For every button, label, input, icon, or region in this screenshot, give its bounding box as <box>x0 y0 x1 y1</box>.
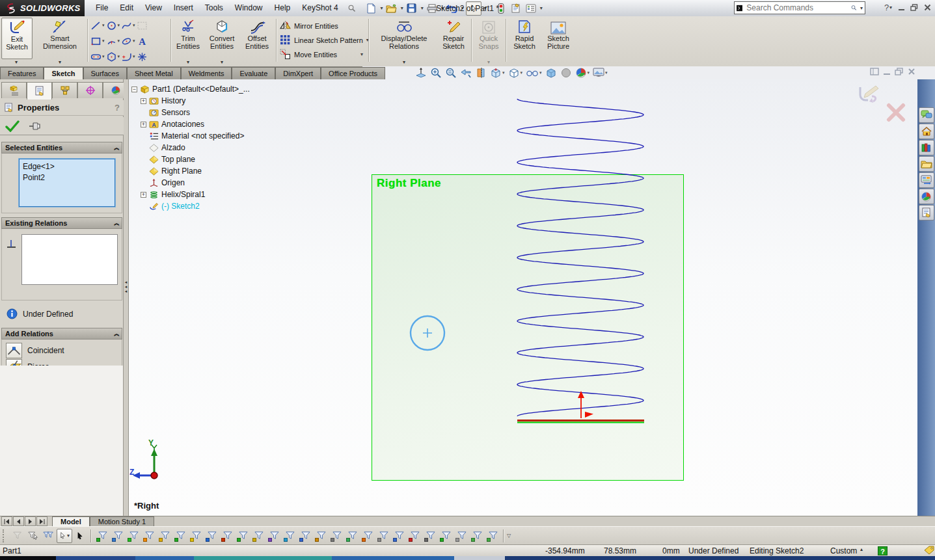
expand-toggle[interactable]: + <box>141 98 146 104</box>
filter-weld-symbols-icon[interactable] <box>375 529 391 543</box>
smart-dimension-dropdown[interactable]: ▾ <box>35 59 85 66</box>
sketch-picture-button[interactable]: Sketch Picture <box>543 18 574 58</box>
search-input[interactable] <box>745 3 848 13</box>
undo-caret[interactable]: ▾ <box>461 5 464 11</box>
filter-planes-icon[interactable] <box>204 529 219 543</box>
selected-entities-header[interactable]: Selected Entities ︽ <box>1 142 122 153</box>
tree-item[interactable]: + Origen <box>131 177 314 189</box>
menu-item[interactable]: File <box>90 0 114 16</box>
filter-connection-points-icon[interactable] <box>469 529 485 543</box>
rectangle-tool-caret[interactable]: ▾ <box>102 38 105 44</box>
filter-frame-icon[interactable] <box>172 529 188 543</box>
filter-center-marks-icon[interactable] <box>282 529 297 543</box>
menu-item[interactable]: Window <box>229 0 269 16</box>
filter-geometric-tolerance-icon[interactable] <box>344 529 360 543</box>
edit-appearance-icon[interactable]: ▾ <box>574 66 591 79</box>
rectangle-tool-icon[interactable] <box>90 36 102 47</box>
filter-notes-icon[interactable] <box>360 529 375 543</box>
menu-item[interactable]: View <box>139 0 168 16</box>
status-units[interactable]: Custom <box>830 546 857 555</box>
rebuild-icon[interactable] <box>495 2 508 15</box>
add-relation-button[interactable]: Coincident <box>6 342 118 358</box>
filter-datum-targets-icon[interactable] <box>407 529 422 543</box>
close-button[interactable] <box>921 1 934 13</box>
display-delete-relations-button[interactable]: Display/Delete Relations <box>372 18 436 58</box>
select-tool-icon[interactable] <box>466 1 481 16</box>
tree-item[interactable]: + History <box>131 95 314 107</box>
tag-icon[interactable] <box>924 546 934 555</box>
filter-midpoints-icon[interactable] <box>266 529 282 543</box>
solidworks-forum-icon[interactable] <box>919 107 934 123</box>
model-tab[interactable]: Motion Study 1 <box>90 516 154 526</box>
filter-cursor-icon[interactable] <box>25 529 41 543</box>
tree-item[interactable]: + Alzado <box>131 142 314 153</box>
search-commands-box[interactable]: ▾ <box>734 1 865 14</box>
select-tool-caret[interactable]: ▾ <box>484 5 487 11</box>
zoom-in-out-icon[interactable]: ▾ <box>444 66 458 79</box>
expand-toggle[interactable]: + <box>141 192 146 198</box>
selected-entity-item[interactable]: Edge<1> <box>23 161 111 172</box>
expand-toggle[interactable]: + <box>141 122 146 127</box>
filter-axes-icon[interactable] <box>188 529 204 543</box>
lasso-select-icon[interactable] <box>72 529 88 543</box>
toolbar-drag-handle[interactable] <box>3 529 6 542</box>
doc-minimize-icon[interactable] <box>883 68 891 75</box>
first-tab-icon[interactable] <box>1 516 12 526</box>
search-icon[interactable] <box>851 3 857 12</box>
line-tool-icon[interactable] <box>90 20 102 31</box>
panel-help-icon[interactable]: ? <box>115 103 120 113</box>
filter-routing-points-icon[interactable] <box>485 529 500 543</box>
collapse-chevron-icon[interactable]: ︽ <box>114 330 118 338</box>
slot-tool-caret[interactable]: ▾ <box>102 54 105 59</box>
filter-sketch-icon[interactable] <box>219 529 235 543</box>
trim-entities-dropdown[interactable]: ▾ <box>174 59 202 66</box>
tree-item[interactable]: + (-) Sketch2 <box>131 200 314 212</box>
new-file-icon[interactable] <box>365 2 378 15</box>
display-style-icon[interactable]: ▾ <box>507 66 524 79</box>
command-tab[interactable]: Sheet Metal <box>127 67 181 79</box>
command-tab[interactable]: Evaluate <box>232 67 275 79</box>
restore-button[interactable] <box>908 1 921 13</box>
existing-relations-header[interactable]: Existing Relations ︽ <box>1 217 122 229</box>
slot-tool-icon[interactable] <box>90 51 102 62</box>
tree-item[interactable]: + Right Plane <box>131 165 314 177</box>
save-caret[interactable]: ▾ <box>421 5 424 11</box>
options-caret[interactable]: ▾ <box>540 5 543 11</box>
ok-check-icon[interactable] <box>5 120 20 132</box>
line-tool-caret[interactable]: ▾ <box>102 23 105 28</box>
tree-item[interactable]: + Top plane <box>131 153 314 165</box>
collapse-chevron-icon[interactable]: ︽ <box>114 219 118 228</box>
command-tab[interactable]: Features <box>0 67 44 79</box>
filter-datums-icon[interactable] <box>391 529 407 543</box>
command-tab[interactable]: Sketch <box>44 67 83 80</box>
filter-surface-bodies-icon[interactable] <box>141 529 157 543</box>
collapse-toggle[interactable]: − <box>131 87 137 92</box>
open-file-icon[interactable] <box>385 2 398 15</box>
view-orientation-icon[interactable]: ▾ <box>489 66 506 79</box>
pin-icon[interactable] <box>29 122 42 131</box>
move-entities-caret[interactable]: ▾ <box>360 51 363 57</box>
filter-sketch-segments-icon[interactable] <box>235 529 251 543</box>
command-tab[interactable]: Weldments <box>181 67 232 79</box>
tree-item[interactable]: + A Anotaciones <box>131 118 314 130</box>
new-file-caret[interactable]: ▾ <box>381 5 383 11</box>
toolbar-overflow-caret[interactable]: ▽ <box>507 533 511 539</box>
select-arrow-caret[interactable]: ▾ <box>67 533 70 539</box>
doc-split-icon[interactable] <box>870 68 879 75</box>
arc-tool-caret[interactable]: ▾ <box>118 38 120 44</box>
tree-item[interactable]: + Helix/Spiral1 <box>131 189 314 200</box>
fillet-tool-caret[interactable]: ▾ <box>133 54 135 59</box>
filter-dimensions-icon[interactable] <box>313 529 329 543</box>
file-properties-icon[interactable] <box>509 2 522 15</box>
confirm-exit-sketch-icon[interactable] <box>856 85 881 108</box>
panel-splitter[interactable]: ◂◂◂ <box>124 79 129 516</box>
move-entities-button[interactable]: Move Entities ▾ <box>280 49 363 60</box>
menu-item[interactable]: Insert <box>168 0 199 16</box>
polygon-tool-icon[interactable] <box>106 51 117 62</box>
tree-item[interactable]: + Sensors <box>131 107 314 118</box>
command-tab[interactable]: Office Products <box>321 67 385 79</box>
zoom-to-area-icon[interactable]: ▾ <box>429 66 443 79</box>
filter-solid-bodies-icon[interactable] <box>157 529 172 543</box>
filter-toggle-icon[interactable] <box>10 529 25 543</box>
minimize-button[interactable] <box>895 1 908 13</box>
